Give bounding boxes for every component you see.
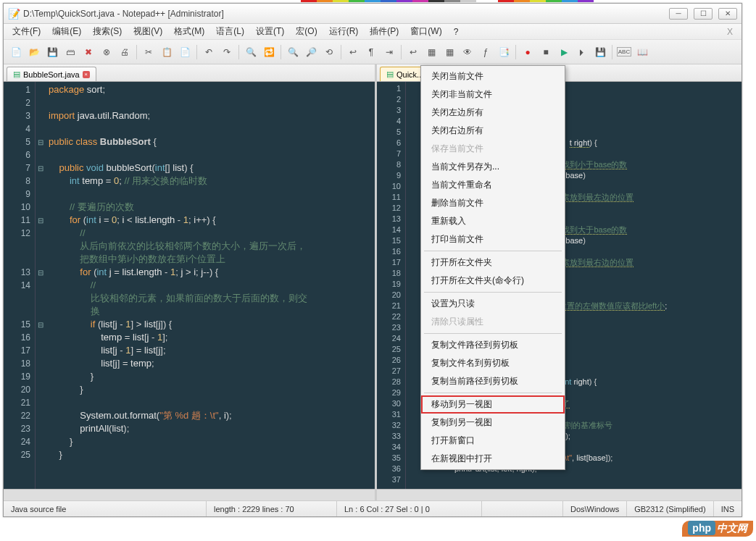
left-tabstrip[interactable]: ▤ BubbleSort.java × — [4, 64, 375, 82]
maximize-button[interactable]: ☐ — [694, 8, 713, 20]
fold-all-button[interactable] — [423, 44, 439, 60]
menu-item[interactable]: 窗口(W) — [404, 24, 447, 39]
tab-context-menu[interactable]: 关闭当前文件关闭非当前文件关闭左边所有关闭右边所有保存当前文件当前文件另存为..… — [420, 65, 565, 470]
context-menu-item: 保存当前文件 — [421, 140, 565, 158]
menu-separator — [424, 393, 562, 393]
context-menu-item[interactable]: 关闭当前文件 — [421, 67, 565, 85]
context-menu-item[interactable]: 移动到另一视图 — [421, 395, 565, 414]
close-all-button[interactable] — [99, 44, 115, 60]
zoom-in-button[interactable] — [285, 44, 301, 60]
status-language: Java source file — [4, 501, 207, 516]
minimize-button[interactable]: ─ — [669, 8, 688, 20]
menu-item[interactable]: 视图(V) — [128, 24, 168, 39]
close-file-button[interactable] — [80, 44, 96, 60]
status-spacer — [482, 501, 563, 516]
context-menu-item[interactable]: 重新载入 — [421, 212, 565, 230]
context-menu-item[interactable]: 打开新窗口 — [421, 432, 565, 450]
menu-item[interactable]: 插件(P) — [364, 24, 404, 39]
undo-button[interactable] — [201, 44, 217, 60]
copy-button[interactable] — [159, 44, 175, 60]
hide-lines-button[interactable] — [460, 44, 475, 60]
redo-button[interactable] — [219, 44, 235, 60]
title-bar[interactable]: 📝 D:\Temp\QuickSort.java - Notepad++ [Ad… — [4, 4, 742, 24]
menu-item[interactable]: 格式(M) — [168, 24, 210, 39]
toolbar-separator — [612, 45, 612, 59]
code-content[interactable]: package sort;import java.util.Random;pub… — [46, 82, 375, 489]
context-menu-item[interactable]: 打印当前文件 — [421, 230, 565, 248]
context-menu-item[interactable]: 打开所在文件夹(命令行) — [421, 272, 565, 290]
context-menu-item[interactable]: 复制到另一视图 — [421, 414, 565, 432]
word-wrap-button[interactable] — [345, 44, 361, 60]
save-all-button[interactable] — [62, 44, 78, 60]
toolbar-separator — [401, 45, 402, 59]
h-scrollbar[interactable] — [377, 489, 742, 500]
menu-bar[interactable]: 文件(F)编辑(E)搜索(S)视图(V)格式(M)语言(L)设置(T)宏(O)运… — [4, 24, 742, 40]
left-editor[interactable]: 1234567891011121314151617181920212223242… — [4, 82, 375, 489]
indent-guide-button[interactable] — [381, 44, 397, 60]
macro-play-multi-button[interactable] — [574, 44, 590, 60]
toolbar-separator — [281, 45, 281, 59]
print-button[interactable] — [117, 44, 133, 60]
status-position: Ln : 6 Col : 27 Sel : 0 | 0 — [337, 501, 482, 516]
fold-column[interactable] — [406, 82, 416, 489]
context-menu-item[interactable]: 关闭右边所有 — [421, 122, 565, 140]
tab-bubblesort[interactable]: ▤ BubbleSort.java × — [7, 67, 96, 81]
status-mode[interactable]: INS — [714, 501, 742, 516]
new-file-button[interactable] — [8, 44, 24, 60]
app-window: 📝 D:\Temp\QuickSort.java - Notepad++ [Ad… — [3, 3, 742, 517]
context-menu-item[interactable]: 复制当前路径到剪切板 — [421, 372, 565, 390]
menu-item[interactable]: 编辑(E) — [46, 24, 87, 39]
zoom-out-button[interactable] — [303, 44, 319, 60]
unfold-all-button[interactable] — [441, 44, 457, 60]
menu-item[interactable]: 运行(R) — [323, 24, 365, 39]
menu-item[interactable]: 宏(O) — [290, 24, 323, 39]
file-icon: ▤ — [386, 70, 394, 79]
context-menu-item[interactable]: 设置为只读 — [421, 295, 565, 313]
h-scrollbar[interactable] — [4, 489, 375, 500]
status-encoding[interactable]: GB2312 (Simplified) — [627, 501, 713, 516]
status-eol[interactable]: Dos\Windows — [563, 501, 627, 516]
context-menu-item[interactable]: 复制文件路径到剪切板 — [421, 336, 565, 354]
macro-play-button[interactable] — [556, 44, 572, 60]
doc-map-button[interactable] — [496, 44, 512, 60]
context-menu-item: 清除只读属性 — [421, 313, 565, 331]
line-gutter[interactable]: 1234567891011121314151617181920212223242… — [377, 82, 406, 489]
context-menu-item[interactable]: 在新视图中打开 — [421, 450, 565, 468]
tab-close-icon[interactable]: × — [83, 71, 90, 78]
fold-column[interactable]: ⊟⊟⊟⊟⊟ — [36, 82, 46, 489]
menu-item[interactable]: 搜索(S) — [87, 24, 128, 39]
cut-button[interactable] — [141, 44, 157, 60]
context-menu-item[interactable]: 打开所在文件夹 — [421, 253, 565, 272]
menu-item[interactable]: 文件(F) — [7, 24, 46, 39]
function-list-button[interactable] — [478, 44, 494, 60]
menu-item[interactable]: 语言(L) — [210, 24, 250, 39]
macro-stop-button[interactable] — [538, 44, 554, 60]
menu-item[interactable]: 设置(T) — [250, 24, 290, 39]
spellcheck-off-button[interactable] — [634, 44, 650, 60]
menu-item[interactable]: ? — [448, 25, 465, 38]
line-gutter[interactable]: 1234567891011121314151617181920212223242… — [4, 82, 36, 489]
save-button[interactable] — [44, 44, 60, 60]
macro-record-button[interactable] — [520, 44, 536, 60]
context-menu-item[interactable]: 当前文件重命名 — [421, 176, 565, 194]
open-file-button[interactable] — [26, 44, 42, 60]
close-button[interactable]: ✕ — [718, 8, 737, 20]
macro-save-button[interactable] — [592, 44, 608, 60]
udl-button[interactable] — [405, 44, 421, 60]
context-menu-item[interactable]: 当前文件另存为... — [421, 158, 565, 176]
find-button[interactable] — [243, 44, 259, 60]
toolbar — [4, 40, 742, 64]
spellcheck-button[interactable] — [616, 44, 632, 60]
context-menu-item[interactable]: 复制文件名到剪切板 — [421, 354, 565, 372]
menu-close-icon[interactable]: X — [721, 25, 739, 38]
replace-button[interactable] — [261, 44, 277, 60]
context-menu-item[interactable]: 删除当前文件 — [421, 194, 565, 212]
show-all-chars-button[interactable] — [363, 44, 379, 60]
sync-scroll-button[interactable] — [321, 44, 337, 60]
context-menu-item[interactable]: 关闭左边所有 — [421, 104, 565, 122]
window-buttons: ─ ☐ ✕ — [669, 8, 737, 20]
window-title: D:\Temp\QuickSort.java - Notepad++ [Admi… — [23, 9, 669, 19]
context-menu-item[interactable]: 关闭非当前文件 — [421, 85, 565, 104]
app-icon: 📝 — [8, 8, 20, 20]
paste-button[interactable] — [177, 44, 193, 60]
